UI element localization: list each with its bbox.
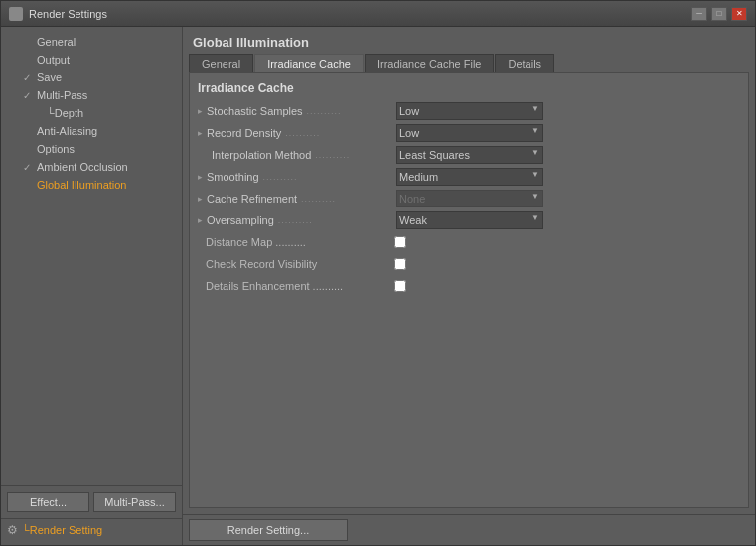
sidebar-item-global-illumination[interactable]: Global Illumination xyxy=(1,176,182,194)
sidebar-item-save[interactable]: ✓Save xyxy=(1,68,182,86)
section-title: Irradiance Cache xyxy=(198,81,740,95)
form-row-record-density: ▸Record Density ..........LowMediumHighC… xyxy=(198,123,740,143)
dots-smoothing: .......... xyxy=(263,172,298,182)
form-row-stochastic-samples: ▸Stochastic Samples ..........LowMediumH… xyxy=(198,101,740,121)
title-controls: ─ □ ✕ xyxy=(691,7,747,21)
sidebar-action-buttons: Effect... Multi-Pass... xyxy=(1,485,182,518)
sidebar-item-output[interactable]: Output xyxy=(1,51,182,68)
checkbox-label-check-record-visibility: Check Record Visibility xyxy=(206,258,394,270)
select-wrapper-record-density: LowMediumHighCustom xyxy=(396,124,543,142)
sidebar-label-options: Options xyxy=(37,143,176,155)
sidebar-item-anti-aliasing[interactable]: Anti-Aliasing xyxy=(1,122,182,140)
content-area: GeneralOutput✓Save✓Multi-Pass└DepthAnti-… xyxy=(1,27,755,545)
label-text-record-density: Record Density xyxy=(207,127,281,139)
arrow-icon-stochastic-samples: ▸ xyxy=(198,106,203,116)
form-control-stochastic-samples: LowMediumHighCustom xyxy=(396,102,740,120)
form-control-cache-refinement: NoneLowMediumHigh xyxy=(396,190,740,207)
checkbox-row-distance-map: Distance Map .......... xyxy=(198,232,740,252)
sidebar-label-general: General xyxy=(37,36,176,48)
form-control-record-density: LowMediumHighCustom xyxy=(396,124,740,142)
form-label-stochastic-samples: ▸Stochastic Samples .......... xyxy=(198,105,396,117)
tab-irradiance-cache[interactable]: Irradiance Cache xyxy=(254,54,364,72)
form-label-smoothing: ▸Smoothing .......... xyxy=(198,171,396,183)
arrow-icon-record-density: ▸ xyxy=(198,128,203,138)
title-bar: Render Settings ─ □ ✕ xyxy=(1,1,755,27)
label-text-interpolation-method: Interpolation Method xyxy=(212,149,311,161)
effect-button[interactable]: Effect... xyxy=(7,492,89,512)
check-icon-save: ✓ xyxy=(23,72,37,83)
form-row-interpolation-method: Interpolation Method ..........Least Squ… xyxy=(198,145,740,165)
sidebar-label-ambient-occlusion: Ambient Occlusion xyxy=(37,161,176,173)
dots-interpolation-method: .......... xyxy=(315,150,350,160)
select-wrapper-cache-refinement: NoneLowMediumHigh xyxy=(396,190,543,207)
form-fields: ▸Stochastic Samples ..........LowMediumH… xyxy=(198,101,740,230)
render-setting-link[interactable]: └Render Setting xyxy=(22,524,102,536)
minimize-button[interactable]: ─ xyxy=(691,7,707,21)
dots-record-density: .......... xyxy=(285,128,320,138)
select-wrapper-oversampling: WeakNoneMediumStrong xyxy=(396,211,543,229)
sidebar-label-global-illumination: Global Illumination xyxy=(37,179,176,191)
select-wrapper-interpolation-method: Least SquaresLinearNone xyxy=(396,146,543,164)
form-control-oversampling: WeakNoneMediumStrong xyxy=(396,211,740,229)
checkbox-fields: Distance Map ..........Check Record Visi… xyxy=(198,232,740,296)
sidebar-item-options[interactable]: Options xyxy=(1,140,182,158)
select-wrapper-smoothing: MediumLowHighNone xyxy=(396,168,543,186)
sidebar-items: GeneralOutput✓Save✓Multi-Pass└DepthAnti-… xyxy=(1,31,182,485)
close-button[interactable]: ✕ xyxy=(731,7,747,21)
sidebar-item-multi-pass[interactable]: ✓Multi-Pass xyxy=(1,86,182,104)
form-control-smoothing: MediumLowHighNone xyxy=(396,168,740,186)
tab-irradiance-cache-file[interactable]: Irradiance Cache File xyxy=(365,54,495,72)
label-text-smoothing: Smoothing xyxy=(207,171,259,183)
sidebar-item-depth[interactable]: └Depth xyxy=(1,104,182,122)
select-stochastic-samples[interactable]: LowMediumHighCustom xyxy=(396,102,543,120)
form-row-oversampling: ▸Oversampling ..........WeakNoneMediumSt… xyxy=(198,210,740,230)
checkbox-row-details-enhancement: Details Enhancement .......... xyxy=(198,276,740,296)
sidebar: GeneralOutput✓Save✓Multi-Pass└DepthAnti-… xyxy=(1,27,183,545)
main-panel: Global Illumination GeneralIrradiance Ca… xyxy=(183,27,755,545)
checkbox-label-distance-map: Distance Map .......... xyxy=(206,236,394,248)
panel-title: Global Illumination xyxy=(183,27,755,54)
select-wrapper-stochastic-samples: LowMediumHighCustom xyxy=(396,102,543,120)
tab-details[interactable]: Details xyxy=(495,54,554,72)
select-cache-refinement[interactable]: NoneLowMediumHigh xyxy=(396,190,543,207)
bottom-bar: Render Setting... xyxy=(183,514,755,545)
checkbox-distance-map[interactable] xyxy=(394,236,406,248)
label-text-stochastic-samples: Stochastic Samples xyxy=(207,105,303,117)
dots-cache-refinement: .......... xyxy=(301,194,336,204)
multipass-button[interactable]: Multi-Pass... xyxy=(93,492,176,512)
checkbox-details-enhancement[interactable] xyxy=(394,280,406,292)
tab-content-irradiance-cache: Irradiance Cache ▸Stochastic Samples ...… xyxy=(189,72,749,508)
render-setting-button[interactable]: Render Setting... xyxy=(189,519,348,541)
checkbox-check-record-visibility[interactable] xyxy=(394,258,406,270)
sidebar-item-general[interactable]: General xyxy=(1,33,182,51)
form-row-smoothing: ▸Smoothing ..........MediumLowHighNone xyxy=(198,167,740,187)
arrow-icon-oversampling: ▸ xyxy=(198,215,203,225)
sidebar-footer: ⚙ └Render Setting xyxy=(1,518,182,541)
sidebar-label-anti-aliasing: Anti-Aliasing xyxy=(37,125,176,137)
tab-bar: GeneralIrradiance CacheIrradiance Cache … xyxy=(183,54,755,72)
select-record-density[interactable]: LowMediumHighCustom xyxy=(396,124,543,142)
window-title: Render Settings xyxy=(29,8,691,20)
sidebar-label-save: Save xyxy=(37,71,176,83)
sidebar-label-output: Output xyxy=(37,54,176,66)
select-smoothing[interactable]: MediumLowHighNone xyxy=(396,168,543,186)
checkbox-label-details-enhancement: Details Enhancement .......... xyxy=(206,280,394,292)
maximize-button[interactable]: □ xyxy=(711,7,727,21)
form-label-interpolation-method: Interpolation Method .......... xyxy=(198,149,396,161)
select-oversampling[interactable]: WeakNoneMediumStrong xyxy=(396,211,543,229)
label-text-cache-refinement: Cache Refinement xyxy=(207,193,297,205)
tab-general[interactable]: General xyxy=(189,54,253,72)
check-icon-ambient-occlusion: ✓ xyxy=(23,162,37,173)
form-control-interpolation-method: Least SquaresLinearNone xyxy=(396,146,740,164)
sidebar-item-ambient-occlusion[interactable]: ✓Ambient Occlusion xyxy=(1,158,182,176)
form-label-cache-refinement: ▸Cache Refinement .......... xyxy=(198,193,396,205)
main-window: Render Settings ─ □ ✕ GeneralOutput✓Save… xyxy=(0,0,756,546)
form-row-cache-refinement: ▸Cache Refinement ..........NoneLowMediu… xyxy=(198,189,740,208)
sidebar-label-multi-pass: Multi-Pass xyxy=(37,89,176,101)
form-label-record-density: ▸Record Density .......... xyxy=(198,127,396,139)
select-interpolation-method[interactable]: Least SquaresLinearNone xyxy=(396,146,543,164)
form-label-oversampling: ▸Oversampling .......... xyxy=(198,214,396,226)
check-icon-multi-pass: ✓ xyxy=(23,90,37,101)
sidebar-label-depth: └Depth xyxy=(47,107,176,119)
gear-icon: ⚙ xyxy=(7,523,18,537)
